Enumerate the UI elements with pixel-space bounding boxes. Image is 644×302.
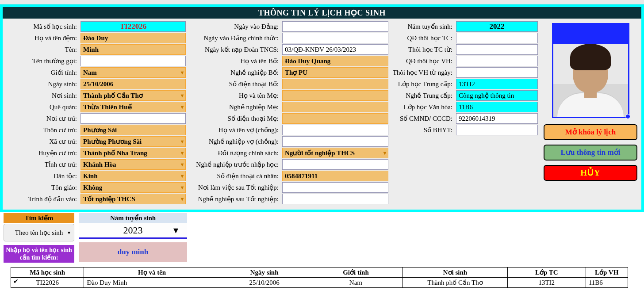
label-ten-goi: Tên thường gọi:: [6, 56, 79, 66]
field-sdt-cn[interactable]: 0584871911: [282, 171, 388, 181]
label-sdt-cn: Số điện thoại cá nhân:: [188, 171, 280, 181]
label-nghe-tc: Nghề Trung cấp:: [390, 90, 454, 101]
label-thon-cu-tru: Thôn cư trú:: [6, 125, 79, 135]
field-ho-dem[interactable]: Đào Duy: [80, 33, 186, 43]
table-header: Lớp VH: [586, 268, 628, 278]
label-ngay-vao-dang: Ngày vào Đảng:: [188, 21, 280, 32]
label-xa-cu-tru: Xã cư trú:: [6, 136, 79, 147]
row-check-icon[interactable]: ✔: [13, 278, 19, 285]
field-ho-ten-bo[interactable]: Đào Duy Quang: [282, 56, 388, 66]
search-query-input[interactable]: duy minh: [79, 242, 187, 262]
field-nghe-tc[interactable]: Công nghệ thông tin: [456, 90, 538, 101]
table-cell: Thành phố Cần Thơ: [403, 278, 507, 288]
field-nghe-me[interactable]: [282, 102, 388, 112]
label-sdt-bo: Số điện thoại Bố:: [188, 79, 280, 89]
field-qd-thoi-tc[interactable]: [456, 33, 538, 43]
field-cccd[interactable]: 92206014319: [456, 113, 538, 124]
field-bhyt[interactable]: [456, 125, 538, 135]
label-lop-vh: Lớp học Văn hóa:: [390, 102, 454, 112]
label-dan-toc: Dân tộc:: [6, 171, 79, 181]
field-noi-cu-tru[interactable]: [80, 113, 186, 124]
search-year-select[interactable]: 2023: [79, 223, 187, 239]
field-nghe-vc[interactable]: [282, 136, 388, 147]
label-thoi-vh-tu: Thôi học VH từ ngày:: [390, 67, 454, 78]
table-row[interactable]: TI22026Đào Duy Minh25/10/2006NamThành ph…: [11, 278, 628, 288]
field-ngay-vao-dang[interactable]: [282, 21, 388, 32]
table-header: Họ và tên: [84, 268, 220, 278]
label-ho-ten-bo: Họ và tên Bố:: [188, 56, 280, 66]
label-nghe-truoc: Nghề nghiệp trước nhập học:: [188, 159, 280, 170]
label-ma-so: Mã số học sinh:: [6, 21, 79, 32]
field-sdt-bo[interactable]: [282, 79, 388, 89]
label-sdt-me: Số điện thoại Mẹ:: [188, 113, 280, 124]
field-ngay-kn-doan[interactable]: 03/QĐ-KNĐV 26/03/2023: [282, 44, 388, 55]
page-title: THÔNG TIN LÝ LỊCH HỌC SINH: [3, 7, 641, 19]
field-sdt-me[interactable]: [282, 113, 388, 124]
unlock-button[interactable]: Mở khóa lý lịch: [544, 124, 637, 140]
field-tinh-cu-tru[interactable]: Khánh Hòa: [80, 159, 186, 170]
field-gioi-tinh[interactable]: Nam: [80, 67, 186, 78]
field-xa-cu-tru[interactable]: Phường Phương Sài: [80, 136, 186, 147]
field-noi-lam-sau[interactable]: [282, 182, 388, 193]
field-ma-so[interactable]: TI22026: [80, 21, 186, 32]
field-thoi-vh-tu[interactable]: [456, 67, 538, 78]
field-ho-ten-me[interactable]: [282, 90, 388, 101]
field-thon-cu-tru[interactable]: Phương Sài: [80, 125, 186, 135]
search-by-select[interactable]: Theo tên học sinh: [4, 224, 74, 241]
cancel-button[interactable]: HỦY: [544, 165, 637, 181]
field-ton-giao[interactable]: Không: [80, 182, 186, 193]
search-prompt: Nhập họ và tên học sinh cần tìm kiếm:: [4, 245, 74, 263]
avatar-placeholder: [553, 44, 628, 117]
table-cell: Đào Duy Minh: [84, 278, 220, 288]
save-button[interactable]: Lưu thông tin mới: [544, 145, 637, 161]
search-title: Tìm kiếm: [4, 213, 74, 223]
field-lop-vh[interactable]: 11B6: [456, 102, 538, 112]
table-header: Giới tính: [309, 268, 403, 278]
label-tinh-cu-tru: Tỉnh cư trú:: [6, 159, 79, 170]
label-bhyt: Số BHYT:: [390, 125, 454, 135]
field-nghe-sau[interactable]: [282, 194, 388, 204]
label-noi-sinh: Nơi sinh:: [6, 90, 79, 101]
label-trinh-do: Trình độ đầu vào:: [6, 194, 79, 204]
field-doi-tuong[interactable]: Người tốt nghiệp THCS: [282, 148, 388, 158]
field-qd-thoi-vh[interactable]: [456, 56, 538, 66]
label-cccd: Số CMND/ CCCD:: [390, 113, 454, 124]
field-ten-goi[interactable]: [80, 56, 186, 66]
field-nam-ts[interactable]: 2022: [456, 21, 538, 32]
field-trinh-do[interactable]: Tốt nghiệp THCS: [80, 194, 186, 204]
label-doi-tuong: Đối tượng chính sách:: [188, 148, 280, 158]
field-lop-tc[interactable]: 13TI2: [456, 79, 538, 89]
field-huyen-cu-tru[interactable]: Thành phố Nha Trang: [80, 148, 186, 158]
field-nghe-truoc[interactable]: [282, 159, 388, 170]
label-thoi-tc-tu: Thôi học TC từ:: [390, 44, 454, 55]
field-noi-sinh[interactable]: Thành phố Cần Thơ: [80, 90, 186, 101]
field-nghe-bo[interactable]: Thợ PU: [282, 67, 388, 78]
field-dan-toc[interactable]: Kinh: [80, 171, 186, 181]
table-cell: 13TI2: [507, 278, 586, 288]
label-ho-ten-me: Họ và tên Mẹ:: [188, 90, 280, 101]
label-vo-chong: Họ và tên vợ (chồng):: [188, 125, 280, 135]
label-ho-dem: Họ và tên đệm:: [6, 33, 79, 43]
search-year-label: Năm tuyển sinh: [79, 213, 187, 223]
label-ten: Tên:: [6, 44, 79, 55]
field-vo-chong[interactable]: [282, 125, 388, 135]
field-que-quan[interactable]: Thừa Thiên Huế: [80, 102, 186, 112]
table-cell: 25/10/2006: [220, 278, 309, 288]
label-qd-thoi-tc: QĐ thôi học TC:: [390, 33, 454, 43]
table-header: Ngày sinh: [220, 268, 309, 278]
label-ngay-vao-dang-ct: Ngày vào Đảng chính thức:: [188, 33, 280, 43]
label-nghe-vc: Nghề nghiệp vợ (chồng):: [188, 136, 280, 147]
results-area: ✔ Mã học sinhHọ và tênNgày sinhGiới tính…: [11, 267, 640, 288]
table-header: Lớp TC: [507, 268, 586, 278]
main-frame: THÔNG TIN LÝ LỊCH HỌC SINH Mã số học sin…: [0, 4, 644, 212]
field-ngay-sinh[interactable]: 25/10/2006: [80, 79, 186, 89]
field-ten[interactable]: Minh: [80, 44, 186, 55]
search-panel: Tìm kiếm Theo tên học sinh Nhập họ và tê…: [0, 213, 644, 263]
label-ton-giao: Tôn giáo:: [6, 182, 79, 193]
field-thoi-tc-tu[interactable]: [456, 44, 538, 55]
field-ngay-vao-dang-ct[interactable]: [282, 33, 388, 43]
student-photo[interactable]: [552, 23, 629, 118]
label-nam-ts: Năm tuyển sinh:: [390, 21, 454, 32]
table-cell: Nam: [309, 278, 403, 288]
label-qd-thoi-vh: QĐ thôi học VH:: [390, 56, 454, 66]
